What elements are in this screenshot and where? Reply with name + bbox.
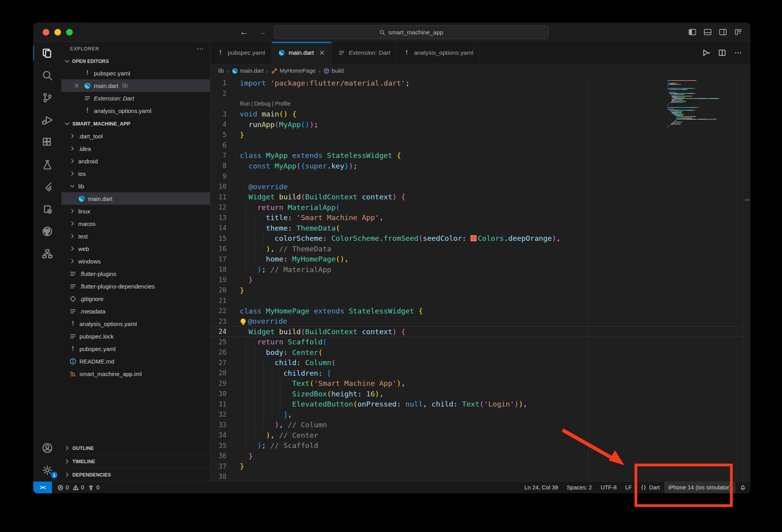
- codelens-label[interactable]: Run | Debug | Profile: [240, 100, 290, 107]
- tab-analysis-options-yaml[interactable]: !analysis_options.yaml: [397, 42, 480, 64]
- zoom-window-button[interactable]: [66, 29, 73, 36]
- activity-item-files[interactable]: [33, 42, 61, 64]
- explorer-more-actions-icon[interactable]: ⋯: [197, 45, 205, 53]
- lightbulb-icon[interactable]: [241, 319, 246, 324]
- indent-guide: [246, 378, 246, 389]
- activity-item-dart-config[interactable]: [33, 198, 61, 220]
- close-slot[interactable]: [72, 82, 81, 89]
- tree-file-README.md[interactable]: README.md: [61, 355, 210, 367]
- code-text: @override: [237, 181, 288, 192]
- status-warning[interactable]: 0: [72, 484, 84, 491]
- code-line-21: 21: [210, 296, 750, 306]
- tree-file-.gitignore[interactable]: .gitignore: [61, 292, 210, 305]
- status-bell[interactable]: [735, 482, 750, 493]
- tree-file-.flutter-plugins-dependencies[interactable]: .flutter-plugins-dependencies: [61, 280, 210, 292]
- split-button[interactable]: [718, 48, 726, 57]
- tree-folder-macos[interactable]: macos: [61, 217, 210, 230]
- run-chevron-button[interactable]: [702, 48, 710, 57]
- close-icon[interactable]: [319, 50, 325, 56]
- tree-folder-android[interactable]: android: [61, 155, 210, 167]
- code-token: ,: [270, 245, 279, 253]
- breadcrumb-item-main.dart[interactable]: main.dart: [232, 68, 264, 74]
- status-error[interactable]: 0: [57, 484, 69, 491]
- tree-file-pubspec.lock[interactable]: pubspec.lock: [61, 330, 210, 342]
- code-token: :: [297, 358, 305, 367]
- code-line-24: 24 Widget build(BuildContext context) {: [210, 326, 750, 337]
- tree-folder-web[interactable]: web: [61, 242, 210, 255]
- breadcrumb-item-myhomepage[interactable]: MyHomePage: [271, 68, 316, 74]
- status-tower[interactable]: 0: [88, 484, 99, 491]
- code-text: class MyHomePage extends StatelessWidget…: [237, 306, 423, 316]
- status-spaces-2[interactable]: Spaces: 2: [563, 482, 597, 493]
- code-token: child: [431, 400, 453, 408]
- activity-item-account[interactable]: [33, 437, 61, 459]
- code-token: [288, 110, 292, 118]
- status-dart[interactable]: Dart: [636, 482, 664, 493]
- tree-folder-windows[interactable]: windows: [61, 255, 210, 267]
- tree-file-main.dart[interactable]: main.dart: [61, 192, 210, 205]
- breadcrumb-item-lib[interactable]: lib: [218, 68, 224, 74]
- activity-item-settings[interactable]: 1: [33, 459, 61, 481]
- close-icon[interactable]: [74, 82, 80, 89]
- status-utf-8[interactable]: UTF-8: [596, 482, 621, 493]
- tree-folder-ios[interactable]: ios: [61, 167, 210, 180]
- tree-file-smart_machine_app.iml[interactable]: smart_machine_app.iml: [61, 367, 210, 380]
- tree-folder-.dart_tool[interactable]: .dart_tool: [61, 130, 210, 142]
- more-button[interactable]: [734, 48, 742, 57]
- open-editor-item[interactable]: main.dartlib: [61, 79, 210, 92]
- layout-grid-button[interactable]: [734, 28, 742, 36]
- code-token: (: [301, 193, 305, 201]
- activity-item-github[interactable]: [33, 220, 61, 242]
- open-editors-header[interactable]: OPEN EDITORS: [61, 56, 210, 67]
- activity-item-flutter[interactable]: [33, 176, 61, 198]
- status-iphone-14-ios-simulator-[interactable]: iPhone 14 (ios simulator): [664, 482, 735, 493]
- tree-folder-.idea[interactable]: .idea: [61, 142, 210, 155]
- layout-right-button[interactable]: [719, 28, 727, 36]
- tree-folder-lib[interactable]: lib: [61, 180, 210, 192]
- section-dependencies[interactable]: DEPENDENCIES: [61, 468, 210, 481]
- project-root-header[interactable]: SMART_MACHINE_APP: [61, 117, 210, 130]
- back-arrow-icon[interactable]: ←: [240, 27, 248, 37]
- minimap-seg: [687, 119, 694, 120]
- activity-item-testing[interactable]: [33, 153, 61, 176]
- tree-folder-linux[interactable]: linux: [61, 205, 210, 217]
- activity-item-sitemap[interactable]: [33, 242, 61, 265]
- forward-arrow-icon[interactable]: →: [258, 27, 266, 37]
- activity-item-run-debug[interactable]: [33, 109, 61, 131]
- code-token: (: [480, 400, 484, 408]
- code-token: [240, 328, 248, 336]
- tree-file-.flutter-plugins[interactable]: .flutter-plugins: [61, 267, 210, 280]
- layout-bottom-button[interactable]: [703, 28, 712, 36]
- status-ln-24-col-39[interactable]: Ln 24, Col 39: [520, 482, 562, 493]
- activity-item-extensions[interactable]: [33, 131, 61, 153]
- command-center-search[interactable]: smart_machine_app: [274, 25, 548, 39]
- editor-scrollbar[interactable]: [743, 78, 750, 481]
- activity-item-search[interactable]: [33, 64, 61, 86]
- section-timeline[interactable]: TIMELINE: [61, 455, 210, 468]
- layout-left-button[interactable]: [688, 28, 697, 36]
- tab-extension-dart[interactable]: Extension: Dart: [332, 42, 397, 64]
- tree-file-analysis_options.yaml[interactable]: !analysis_options.yaml: [61, 317, 210, 330]
- tab-pubspec-yaml[interactable]: !pubspec.yaml: [210, 42, 272, 64]
- open-editor-item[interactable]: !analysis_options.yaml: [61, 104, 210, 117]
- activity-item-source-control[interactable]: [33, 86, 61, 109]
- minimap-seg: [674, 110, 678, 111]
- tab-main-dart[interactable]: main.dart: [272, 42, 332, 64]
- tree-file-pubspec.yaml[interactable]: !pubspec.yaml: [61, 342, 210, 355]
- remote-indicator[interactable]: ><: [33, 482, 52, 493]
- minimize-window-button[interactable]: [54, 29, 61, 36]
- code-editor[interactable]: 1import 'package:flutter/material.dart';…: [210, 78, 750, 481]
- minimap[interactable]: [667, 80, 719, 129]
- open-editor-item[interactable]: Extension: Dart: [61, 92, 210, 104]
- close-window-button[interactable]: [43, 29, 49, 36]
- code-token: [240, 203, 257, 211]
- breadcrumb-item-build[interactable]: build: [323, 68, 344, 74]
- status-lf[interactable]: LF: [621, 482, 636, 493]
- minimap-seg: [681, 112, 681, 113]
- tree-file-.metadata[interactable]: .metadata: [61, 305, 210, 317]
- indent-guide: [280, 378, 281, 389]
- editor-group: !pubspec.yamlmain.dartExtension: Dart!an…: [210, 42, 750, 481]
- section-outline[interactable]: OUTLINE: [61, 441, 210, 455]
- open-editor-item[interactable]: !pubspec.yaml: [61, 67, 210, 79]
- tree-folder-test[interactable]: test: [61, 230, 210, 242]
